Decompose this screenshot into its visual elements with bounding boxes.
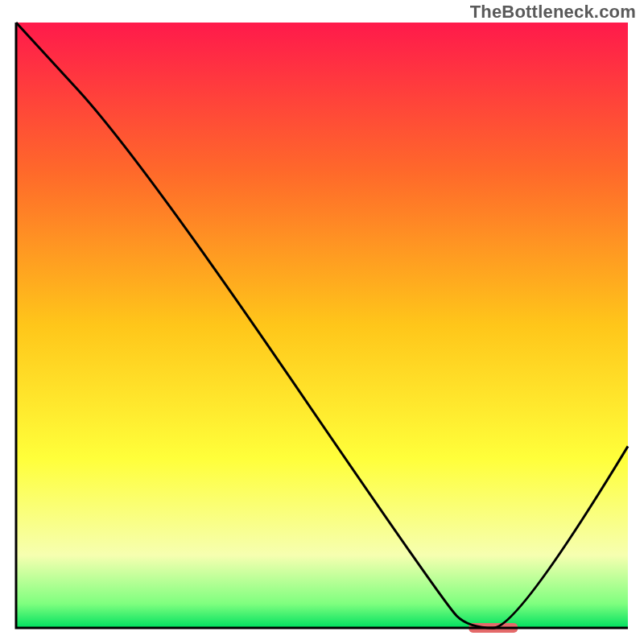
chart-stage: TheBottleneck.com (0, 0, 644, 644)
bottleneck-chart (0, 0, 644, 644)
plot-background (16, 23, 628, 628)
